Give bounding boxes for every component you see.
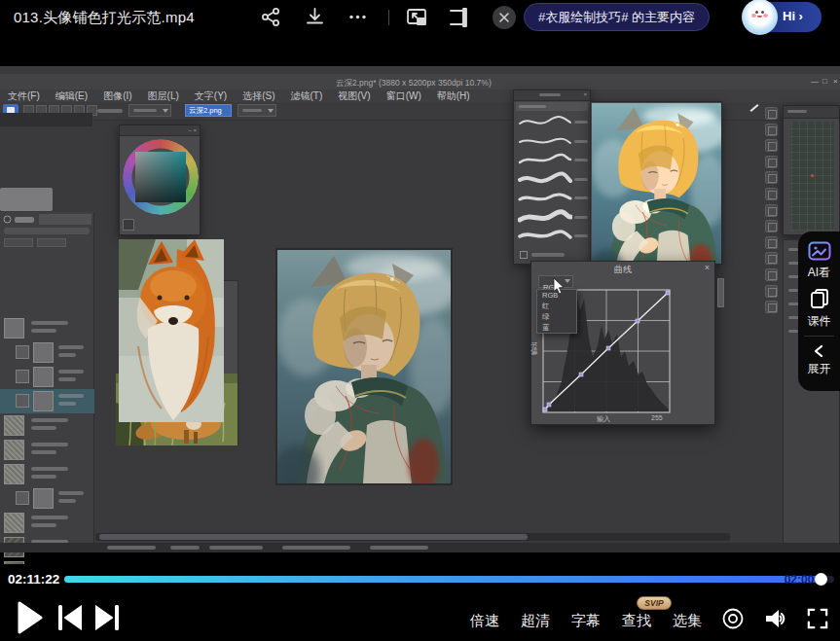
progress-fill <box>64 576 822 583</box>
window-close-button: × <box>833 77 838 86</box>
more-icon[interactable] <box>347 7 368 27</box>
assistant-label: Hi › <box>783 9 803 23</box>
close-icon <box>498 12 510 23</box>
channel-option[interactable]: 绿 <box>537 311 576 322</box>
brush-preset <box>518 133 590 151</box>
record-icon[interactable] <box>721 607 745 630</box>
assistant-avatar <box>742 0 778 35</box>
svip-badge: SVIP <box>637 596 672 610</box>
progress-handle[interactable] <box>815 573 827 586</box>
courseware-label: 课件 <box>798 313 840 330</box>
speed-button[interactable]: 倍速 <box>465 612 504 630</box>
paint-app-window: 云深2.png* (3880 x 5200px 350dpi 10.7%) — … <box>0 66 840 552</box>
layer-row <box>0 486 94 511</box>
ai-view-icon <box>808 241 831 261</box>
divider <box>388 10 389 25</box>
h-scrollbar-thumb[interactable] <box>99 534 528 540</box>
share-icon[interactable] <box>261 7 281 27</box>
axis-max-label: 255 <box>651 414 663 421</box>
curves-close-icon[interactable]: × <box>705 263 710 272</box>
layer-row <box>0 340 94 365</box>
dock-tool-icon <box>765 204 778 217</box>
color-wheel-panel: – × <box>119 125 201 235</box>
document-combo: 云深2.png <box>185 104 232 117</box>
ai-view-button[interactable]: AI看 <box>798 239 840 284</box>
play-button[interactable] <box>18 601 43 634</box>
layer-row <box>0 365 94 389</box>
previous-episode-button[interactable] <box>58 605 82 630</box>
dock-tool-icon <box>765 236 778 249</box>
dock-tool-icon <box>765 171 778 184</box>
dock-tool-icon <box>765 285 778 298</box>
canvas-artwork <box>277 250 451 483</box>
brush-panel: × <box>513 89 591 265</box>
app-status-bar <box>0 543 840 552</box>
assistant-pill[interactable]: Hi › <box>746 2 822 32</box>
ai-view-label: AI看 <box>798 265 840 281</box>
courseware-button[interactable]: 课件 <box>798 286 840 331</box>
dock-right-icon[interactable] <box>447 6 470 29</box>
next-episode-button[interactable] <box>95 605 119 630</box>
download-icon[interactable] <box>305 7 325 27</box>
overlay-divider <box>804 336 834 337</box>
saturation-square <box>135 152 186 202</box>
curves-dialog: 曲线 × RGB RGB红绿蓝 <box>530 261 715 425</box>
window-minimize-button: — <box>811 77 819 86</box>
artwork-preview <box>592 103 721 264</box>
brush-preset <box>518 228 590 245</box>
toolbar-combo-2 <box>237 104 276 117</box>
episodes-button[interactable]: 选集 <box>668 612 707 630</box>
brush-preset <box>518 114 590 131</box>
brush-preset <box>518 190 590 207</box>
layer-row <box>0 389 94 413</box>
layer-thumbnail <box>4 415 24 436</box>
pip-icon[interactable] <box>405 6 430 29</box>
dock-tool-icon <box>765 124 778 136</box>
swatch-box <box>123 219 134 231</box>
channel-option[interactable]: 红 <box>537 301 576 311</box>
layers-slider <box>4 228 90 234</box>
courseware-icon <box>809 288 830 309</box>
expand-button[interactable]: 展开 <box>798 340 840 385</box>
mouse-cursor <box>553 278 565 295</box>
axis-output-label: 输出 <box>530 341 539 355</box>
dock-tool-icon <box>765 156 778 168</box>
artwork-preview-window <box>590 101 722 265</box>
video-frame[interactable]: 云深2.png* (3880 x 5200px 350dpi 10.7%) — … <box>0 35 840 564</box>
dock-tool-icon <box>765 139 778 152</box>
tool-dock <box>765 107 780 325</box>
dock-tool-icon <box>765 107 778 120</box>
brush-preset <box>518 152 590 169</box>
layer-thumbnail <box>33 342 54 363</box>
tool-options-box <box>0 188 53 211</box>
current-time: 02:11:22 <box>8 572 59 587</box>
layer-badge <box>16 345 29 359</box>
search-button[interactable]: 查找 <box>617 612 656 630</box>
fullscreen-icon[interactable] <box>807 608 828 629</box>
dock-tool-icon <box>765 268 778 281</box>
channel-option[interactable]: 蓝 <box>537 322 576 333</box>
brush-preset <box>518 171 590 189</box>
layer-row <box>0 316 94 340</box>
progress-bar[interactable]: 02:00:1 <box>64 576 834 583</box>
window-maximize-button: □ <box>822 77 827 86</box>
subtitles-button[interactable]: 字幕 <box>566 612 605 630</box>
navigator-panel <box>783 105 840 235</box>
layers-panel-icon <box>3 215 12 224</box>
document-combo-value: 云深2.png <box>186 105 231 116</box>
collapsed-tab <box>717 278 724 307</box>
layer-thumbnail <box>33 488 54 509</box>
close-assistant-button[interactable] <box>493 6 516 29</box>
layer-thumbnail <box>33 391 54 411</box>
quality-button[interactable]: 超清 <box>516 612 555 630</box>
layer-row <box>0 462 94 486</box>
layer-row <box>0 511 94 535</box>
toolbar-combo <box>128 104 171 117</box>
expand-label: 展开 <box>798 361 840 377</box>
topic-badge[interactable]: #衣服绘制技巧# 的主要内容 <box>524 3 710 31</box>
player-control-bar: 02:11:22 02:00:1 倍速 超清 字幕 查找 SVIP 选集 <box>0 564 840 641</box>
layer-thumbnail <box>33 367 54 387</box>
volume-icon[interactable] <box>764 607 789 630</box>
canvas-frame <box>275 248 453 485</box>
channel-dropdown-list[interactable]: RGB红绿蓝 <box>536 289 577 334</box>
